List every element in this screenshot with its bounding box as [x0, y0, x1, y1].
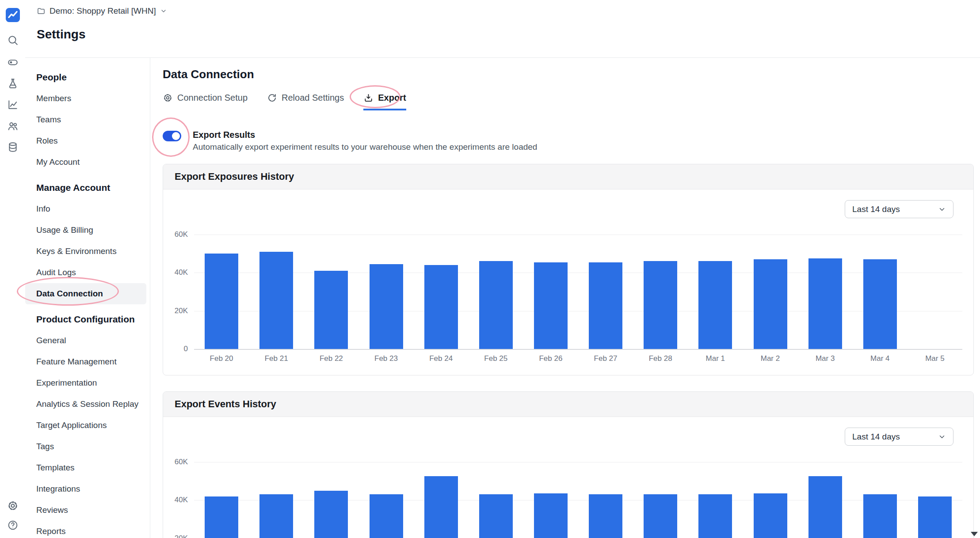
tab-reload-settings[interactable]: Reload Settings [267, 93, 344, 110]
bar[interactable] [205, 254, 238, 349]
app-logo[interactable] [6, 8, 20, 22]
sidebar-item-info[interactable]: Info [25, 198, 146, 220]
chevron-down-icon [938, 433, 946, 441]
sidebar-item-templates[interactable]: Templates [25, 457, 146, 478]
tab-label: Reload Settings [282, 93, 344, 103]
export-results-label: Export Results [193, 130, 537, 140]
bar[interactable] [698, 261, 732, 349]
sidebar-nav: PeopleMembersTeamsRolesMy AccountManage … [25, 58, 150, 538]
tab-label: Export [378, 93, 406, 103]
project-selector[interactable]: Demo: Shoppy Retail [WHN] [37, 6, 167, 16]
left-rail [0, 0, 25, 538]
bar[interactable] [314, 491, 348, 538]
metrics-chart-icon[interactable] [7, 99, 19, 110]
sidebar-item-usage-billing[interactable]: Usage & Billing [25, 220, 146, 241]
y-axis-label: 60K [163, 458, 188, 466]
main-content: Data Connection Connection Setup Reload … [150, 58, 980, 538]
bar[interactable] [479, 494, 513, 538]
bar[interactable] [370, 264, 403, 349]
sidebar-item-analytics-session-replay[interactable]: Analytics & Session Replay [25, 394, 146, 415]
gridline [194, 273, 962, 273]
bar[interactable] [698, 494, 732, 538]
y-axis-label: 0 [163, 345, 188, 353]
top-header: Demo: Shoppy Retail [WHN] Settings [25, 0, 980, 58]
y-axis-label: 20K [163, 534, 188, 538]
bar[interactable] [808, 476, 842, 538]
export-results-row: Export Results Automatically export expe… [163, 130, 974, 152]
help-icon[interactable] [7, 519, 19, 531]
card-header: Export Exposures History [163, 164, 973, 189]
settings-gear-icon[interactable] [7, 500, 19, 511]
bar[interactable] [863, 494, 897, 538]
bar[interactable] [314, 271, 348, 349]
x-axis-label: Feb 23 [358, 354, 413, 363]
bar[interactable] [479, 261, 513, 349]
project-name: Demo: Shoppy Retail [WHN] [50, 6, 156, 16]
tab-export[interactable]: Export [363, 93, 406, 110]
x-axis-label: Feb 27 [578, 354, 633, 363]
sidebar-item-keys-environments[interactable]: Keys & Environments [25, 241, 146, 262]
y-axis-label: 20K [163, 307, 188, 315]
experiments-flask-icon[interactable] [7, 78, 19, 89]
bar[interactable] [424, 476, 458, 538]
audiences-people-icon[interactable] [7, 120, 19, 132]
sidebar-item-teams[interactable]: Teams [25, 109, 146, 130]
sidebar-item-general[interactable]: General [25, 330, 146, 351]
bar[interactable] [534, 262, 568, 349]
sidebar-item-data-connection[interactable]: Data Connection [25, 283, 146, 304]
scrollbar-down-arrow[interactable] [971, 532, 978, 536]
sidebar-item-reports[interactable]: Reports [25, 521, 146, 538]
bar[interactable] [259, 252, 293, 349]
y-axis-label: 40K [163, 268, 188, 277]
sidebar-item-target-applications[interactable]: Target Applications [25, 415, 146, 436]
gridline [194, 500, 962, 500]
x-axis-label: Feb 24 [414, 354, 469, 363]
sidebar-item-members[interactable]: Members [25, 88, 146, 109]
bar[interactable] [589, 262, 622, 349]
export-results-toggle[interactable] [163, 131, 181, 141]
bar[interactable] [534, 493, 568, 538]
toggle-knob [172, 132, 180, 140]
sidebar-item-roles[interactable]: Roles [25, 130, 146, 152]
sidebar-item-tags[interactable]: Tags [25, 436, 146, 457]
datasets-database-icon[interactable] [7, 141, 19, 153]
bar[interactable] [644, 494, 677, 538]
download-icon [363, 93, 374, 103]
time-range-select[interactable]: Last 14 days [845, 428, 953, 446]
bar[interactable] [589, 494, 622, 538]
x-axis-label: Mar 5 [908, 354, 962, 363]
bar[interactable] [754, 493, 787, 538]
export-exposures-card: Export Exposures History Last 14 days 02… [163, 164, 974, 375]
page-title: Settings [37, 27, 85, 42]
export-events-card: Export Events History Last 14 days 020K4… [163, 391, 974, 538]
section-title: Data Connection [163, 68, 974, 81]
bar[interactable] [808, 258, 842, 349]
y-axis-label: 40K [163, 496, 188, 504]
sidebar-item-reviews[interactable]: Reviews [25, 500, 146, 521]
bar[interactable] [754, 259, 787, 349]
bar[interactable] [259, 494, 293, 538]
bar[interactable] [644, 261, 677, 349]
sidebar-item-audit-logs[interactable]: Audit Logs [25, 262, 146, 283]
search-icon[interactable] [7, 34, 19, 46]
gridline [194, 311, 962, 311]
rail-nav-group [7, 57, 19, 153]
sidebar-item-my-account[interactable]: My Account [25, 152, 146, 173]
feature-gates-icon[interactable] [7, 57, 19, 68]
sidebar-item-experimentation[interactable]: Experimentation [25, 372, 146, 394]
time-range-select[interactable]: Last 14 days [845, 200, 953, 218]
bar[interactable] [370, 494, 403, 538]
bar[interactable] [918, 496, 952, 538]
time-range-value: Last 14 days [852, 432, 900, 442]
tab-connection-setup[interactable]: Connection Setup [163, 93, 248, 110]
sidebar-item-feature-management[interactable]: Feature Management [25, 351, 146, 372]
x-axis-label: Mar 4 [853, 354, 908, 363]
bar[interactable] [863, 259, 897, 349]
x-axis-label: Mar 3 [798, 354, 853, 363]
tab-label: Connection Setup [177, 93, 248, 103]
sidebar-item-integrations[interactable]: Integrations [25, 478, 146, 500]
sidebar-section-title: People [25, 67, 150, 88]
bar[interactable] [424, 265, 458, 349]
x-axis-label: Mar 2 [743, 354, 797, 363]
bar[interactable] [205, 496, 238, 538]
